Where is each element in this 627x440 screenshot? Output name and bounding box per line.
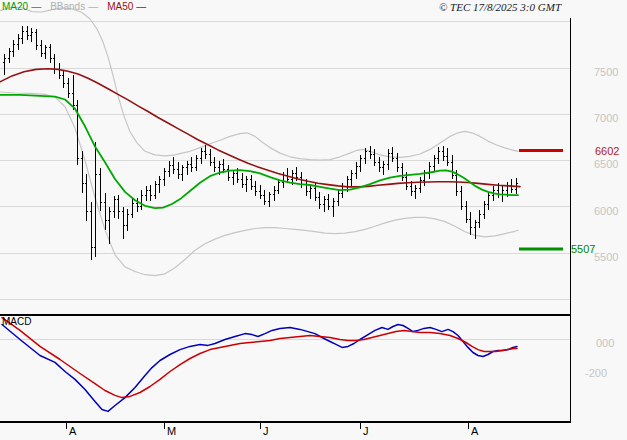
legend-ma20-dash-icon: — bbox=[31, 1, 41, 13]
month-tick-label: A bbox=[471, 425, 479, 437]
resistance-value-label: 6602 bbox=[595, 145, 619, 157]
legend-ma20-label: MA20 bbox=[2, 1, 28, 13]
price-axis-label: 7500 bbox=[594, 66, 618, 78]
price-axis-label: 7000 bbox=[594, 112, 618, 124]
legend-ma50-dash-icon: — bbox=[136, 1, 146, 13]
legend-ma50-label: MA50 bbox=[107, 1, 133, 13]
chart-timestamp: © TEC 17/8/2025 3:0 GMT bbox=[439, 1, 561, 13]
macd-line-macd bbox=[2, 325, 517, 412]
price-axis-label: 6000 bbox=[594, 205, 618, 217]
stock-chart-svg: AMJJA75007000650060005500000-20066025507 bbox=[0, 0, 627, 440]
legend-item-ma20: MA20— bbox=[2, 1, 41, 13]
legend-item-bbands: BBands— bbox=[50, 1, 98, 13]
month-tick-label: J bbox=[363, 425, 369, 437]
macd-line-signal bbox=[2, 318, 517, 398]
legend-bbands-label: BBands bbox=[50, 1, 85, 13]
legend-bbands-dash-icon: — bbox=[88, 1, 98, 13]
month-tick-label: J bbox=[263, 425, 269, 437]
chart-window: AMJJA75007000650060005500000-20066025507… bbox=[0, 0, 627, 440]
macd-axis-label: 000 bbox=[596, 337, 614, 349]
macd-axis-label: -200 bbox=[585, 367, 607, 379]
macd-panel-label: MACD bbox=[2, 316, 31, 327]
price-axis-label: 6500 bbox=[594, 158, 618, 170]
month-tick-label: A bbox=[69, 425, 77, 437]
legend-item-ma50: MA50— bbox=[107, 1, 146, 13]
price-axis-label: 5500 bbox=[594, 251, 618, 263]
legend: MA20— BBands— MA50— bbox=[2, 1, 146, 13]
month-tick-label: M bbox=[167, 425, 176, 437]
support-value-label: 5507 bbox=[571, 243, 595, 255]
